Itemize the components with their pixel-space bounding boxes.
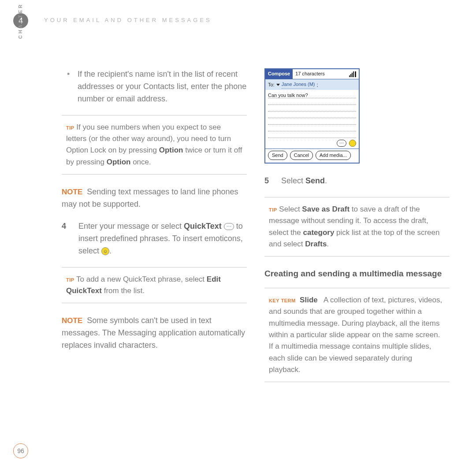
quicktext-button: ⋯ — [337, 140, 346, 147]
page-number: 96 — [13, 443, 28, 458]
note-label: NOTE — [62, 188, 82, 196]
chapter-label: CHAPTER — [18, 3, 23, 39]
option-word-2: Option — [107, 158, 131, 166]
drafts-bold: Drafts — [305, 240, 327, 248]
running-head: YOUR EMAIL AND OTHER MESSAGES — [44, 17, 212, 23]
step-5-body: Select Send. — [281, 175, 450, 187]
save-as-draft-bold: Save as Draft — [302, 205, 350, 213]
step-4: 4 Enter your message or select QuickText… — [62, 220, 247, 257]
add-media-button: Add media... — [316, 151, 351, 160]
step4-c: . — [109, 246, 112, 255]
tip-option-lock: TIP If you see numbers when you expect t… — [62, 115, 247, 175]
right-column: Compose 17 characters To: Jane Jones (M)… — [264, 68, 450, 394]
quicktext-word: QuickText — [184, 222, 222, 231]
keyterm-label: KEY TERM — [269, 298, 296, 303]
tip-text-c: once. — [130, 158, 151, 166]
step-5: 5 Select Send. — [264, 175, 450, 187]
compose-tab: Compose — [265, 69, 293, 79]
note-text: Sending text messages to land line phone… — [62, 187, 238, 208]
tip3-d: . — [327, 240, 329, 248]
emoticon-button — [349, 140, 356, 147]
left-column: If the recipient's name isn't in the lis… — [62, 68, 247, 394]
page: 4 CHAPTER YOUR EMAIL AND OTHER MESSAGES … — [0, 0, 476, 476]
text-line — [268, 125, 356, 131]
step5-a: Select — [281, 176, 305, 185]
send-button: Send — [268, 151, 287, 160]
compose-toolbar: ⋯ — [265, 139, 359, 149]
bullet-text: If the recipient's name isn't in the lis… — [78, 68, 247, 105]
dropdown-icon — [276, 84, 280, 86]
send-word: Send — [305, 176, 325, 185]
note-landline: NOTE Sending text messages to land line … — [62, 186, 247, 211]
tip-save-draft: TIP Select Save as Draft to save a draft… — [264, 197, 450, 257]
to-field: To: Jane Jones (M); — [265, 79, 359, 90]
tip-edit-quicktext: TIP To add a new QuickText phrase, selec… — [62, 267, 247, 304]
cancel-button: Cancel — [290, 151, 313, 160]
tip2-a: To add a new QuickText phrase, select — [76, 275, 207, 283]
step5-c: . — [325, 176, 327, 185]
char-count: 17 characters — [293, 70, 349, 78]
bullet-recipient-note: If the recipient's name isn't in the lis… — [62, 68, 247, 105]
to-sep: ; — [317, 81, 318, 89]
keyterm-term: Slide — [300, 296, 318, 304]
content-columns: If the recipient's name isn't in the lis… — [62, 68, 450, 394]
keyterm-body: A collection of text, pictures, videos, … — [269, 296, 442, 374]
keyterm-slide: KEY TERM Slide A collection of text, pic… — [264, 288, 450, 382]
step-4-body: Enter your message or select QuickText ⋯… — [78, 220, 247, 257]
tip2-b: from the list. — [102, 286, 145, 295]
section-heading: Creating and sending a multimedia messag… — [264, 268, 450, 280]
text-line — [268, 105, 356, 112]
category-bold: category — [303, 228, 335, 237]
text-line — [268, 98, 356, 105]
to-name: Jane Jones (M) — [282, 81, 315, 89]
note2-text: Some symbols can't be used in text messa… — [62, 316, 245, 350]
device-screenshot: Compose 17 characters To: Jane Jones (M)… — [264, 68, 360, 164]
message-text: Can you talk now? — [268, 92, 356, 98]
step-4-number: 4 — [62, 220, 71, 257]
emoticon-icon: ☺ — [101, 247, 109, 255]
message-body: Can you talk now? — [265, 90, 359, 139]
text-line — [268, 131, 356, 138]
quicktext-icon: ⋯ — [224, 223, 234, 230]
to-label: To: — [268, 81, 275, 89]
tip3-a: Select — [279, 205, 302, 213]
text-line — [268, 118, 356, 125]
tip-label: TIP — [66, 125, 74, 130]
step4-a: Enter your message or select — [78, 222, 184, 231]
step-5-number: 5 — [264, 175, 274, 187]
note-label-2: NOTE — [62, 316, 82, 325]
page-number-value: 96 — [17, 447, 24, 454]
signal-icon — [349, 71, 359, 77]
option-word-1: Option — [159, 146, 183, 154]
tip-label-2: TIP — [66, 277, 74, 283]
tip-label-3: TIP — [269, 207, 277, 212]
note-symbols: NOTE Some symbols can't be used in text … — [62, 315, 247, 352]
compose-buttons: Send Cancel Add media... — [265, 149, 359, 163]
device-titlebar: Compose 17 characters — [265, 69, 359, 79]
text-line — [268, 112, 356, 118]
